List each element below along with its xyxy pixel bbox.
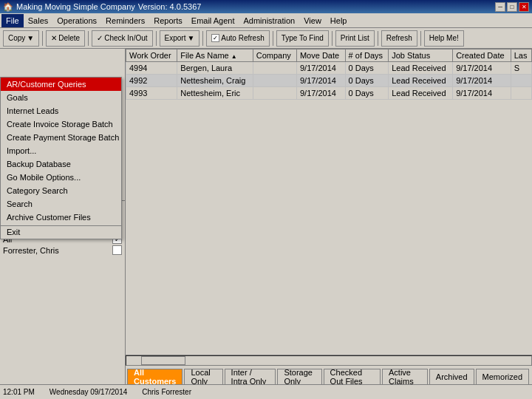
col-header-move-date[interactable]: Move Date (296, 50, 345, 62)
cell-last: S (511, 62, 531, 75)
tab-checked-out-files[interactable]: Checked Out Files (324, 369, 381, 384)
scroll-thumb[interactable] (141, 356, 185, 365)
auto-refresh-button[interactable]: ✓ Auto Refresh (206, 30, 269, 47)
cell-file-as-name: Nettesheim, Craig (177, 75, 253, 87)
table-row[interactable]: 4992 Nettesheim, Craig 9/17/2014 0 Days … (126, 75, 532, 87)
menu-file[interactable]: File (1, 14, 24, 27)
toolbar: Copy ▼ ✕ Delete ✓ Check In/Out Export ▼ … (0, 28, 532, 49)
table-row[interactable]: 4993 Nettesheim, Eric 9/17/2014 0 Days L… (126, 87, 532, 100)
tab-storage-only[interactable]: Storage Only (277, 369, 321, 384)
menu-category-search[interactable]: Category Search (1, 184, 121, 197)
scroll-track[interactable] (126, 355, 532, 366)
menu-goals[interactable]: Goals (1, 91, 121, 104)
col-header-created-date[interactable]: Created Date (453, 50, 511, 62)
name-forrester-label: Forrester, Chris (3, 246, 59, 255)
horizontal-scrollbar[interactable] (126, 355, 532, 365)
toolbar-separator-5 (273, 31, 273, 46)
menu-create-invoice-storage[interactable]: Create Invoice Storage Batch (1, 117, 121, 131)
tab-active-claims[interactable]: Active Claims (382, 369, 428, 384)
menu-help[interactable]: Help (326, 14, 352, 27)
menu-go-mobile[interactable]: Go Mobile Options... (1, 171, 121, 184)
export-button[interactable]: Export ▼ (160, 30, 200, 47)
cell-file-as-name: Bergen, Laura (177, 62, 253, 75)
menu-operations[interactable]: Operations (52, 14, 101, 27)
col-header-num-days[interactable]: # of Days (345, 50, 389, 62)
toolbar-separator-7 (378, 31, 378, 46)
name-forrester-checkbox[interactable] (112, 245, 122, 255)
table-row[interactable]: 4994 Bergen, Laura 9/17/2014 0 Days Lead… (126, 62, 532, 75)
refresh-button[interactable]: Refresh (381, 30, 417, 47)
delete-button[interactable]: ✕ Delete (46, 30, 85, 47)
tab-inter-intra-only[interactable]: Inter / Intra Only (225, 369, 276, 384)
cell-work-order: 4992 (126, 75, 177, 87)
menu-create-payment-storage[interactable]: Create Payment Storage Batch (1, 131, 121, 144)
main-layout: AR/Customer Queries Goals Internet Leads… (0, 49, 532, 384)
col-header-work-order[interactable]: Work Order (126, 50, 177, 62)
bottom-tabs: All Customers Local Only Inter / Intra O… (126, 365, 532, 384)
copy-dropdown-icon: ▼ (27, 34, 34, 42)
cell-move-date: 9/17/2014 (296, 62, 345, 75)
toolbar-separator-4 (202, 31, 203, 46)
tab-archived[interactable]: Archived (429, 369, 474, 384)
delete-label: Delete (58, 34, 80, 42)
check-icon: ✓ (97, 34, 103, 42)
col-header-last[interactable]: Las (511, 50, 531, 62)
app-icon: 🏠 (3, 2, 13, 12)
type-to-find-label: Type To Find (282, 34, 324, 42)
print-list-button[interactable]: Print List (335, 30, 375, 47)
copy-label: Copy (8, 34, 25, 42)
print-list-label: Print List (341, 34, 369, 42)
check-inout-button[interactable]: ✓ Check In/Out (92, 30, 152, 47)
cell-move-date: 9/17/2014 (296, 75, 345, 87)
col-header-job-status[interactable]: Job Status (389, 50, 453, 62)
menu-view[interactable]: View (299, 14, 326, 27)
status-bar: 12:01 PM Wednesday 09/17/2014 Chris Forr… (0, 384, 532, 399)
delete-icon: ✕ (51, 34, 57, 42)
cell-job-status: Lead Received (389, 75, 453, 87)
menu-internet-leads[interactable]: Internet Leads (1, 104, 121, 117)
menu-ar-customer-queries[interactable]: AR/Customer Queries (1, 78, 121, 91)
cell-last (511, 75, 531, 87)
type-to-find-button[interactable]: Type To Find (276, 30, 329, 47)
tab-local-only[interactable]: Local Only (184, 369, 222, 384)
auto-refresh-checkbox: ✓ (211, 34, 219, 42)
toolbar-separator-1 (42, 31, 43, 46)
status-date: Wednesday 09/17/2014 (50, 388, 127, 396)
col-header-file-as-name[interactable]: File As Name ▲ (177, 50, 253, 62)
cell-created-date: 9/17/2014 (453, 62, 511, 75)
status-user: Chris Forrester (142, 388, 191, 396)
menu-exit[interactable]: Exit (1, 225, 121, 239)
minimize-button[interactable]: ─ (495, 2, 505, 12)
cell-work-order: 4994 (126, 62, 177, 75)
menu-reports[interactable]: Reports (149, 14, 187, 27)
data-table-container[interactable]: Work Order File As Name ▲ Company Move D… (126, 49, 532, 355)
menu-search[interactable]: Search (1, 197, 121, 211)
cell-num-days: 0 Days (345, 62, 389, 75)
export-dropdown-icon: ▼ (187, 34, 194, 42)
menu-reminders[interactable]: Reminders (101, 14, 149, 27)
menu-archive-customer[interactable]: Archive Customer Files (1, 211, 121, 224)
menu-email-agent[interactable]: Email Agent (187, 14, 239, 27)
menu-import[interactable]: Import... (1, 144, 121, 157)
cell-num-days: 0 Days (345, 75, 389, 87)
cell-company (253, 87, 296, 100)
tab-memorized[interactable]: Memorized (476, 369, 529, 384)
cell-last (511, 87, 531, 100)
col-header-company[interactable]: Company (253, 50, 296, 62)
status-time: 12:01 PM (3, 388, 35, 396)
app-title: Making Moving Simple Company (16, 2, 135, 11)
file-dropdown-menu: AR/Customer Queries Goals Internet Leads… (0, 77, 122, 239)
help-me-button[interactable]: Help Me! (424, 30, 464, 47)
auto-refresh-label: Auto Refresh (221, 34, 264, 42)
tab-all-customers[interactable]: All Customers (127, 369, 183, 384)
cell-created-date: 9/17/2014 (453, 87, 511, 100)
close-button[interactable]: ✕ (519, 2, 529, 12)
app-version: Version: 4.0.5367 (138, 2, 202, 11)
copy-button[interactable]: Copy ▼ (3, 30, 39, 47)
menu-backup-database[interactable]: Backup Database (1, 157, 121, 171)
menu-sales[interactable]: Sales (24, 14, 53, 27)
maximize-button[interactable]: □ (507, 2, 517, 12)
menu-administration[interactable]: Administration (239, 14, 300, 27)
content-area: Work Order File As Name ▲ Company Move D… (126, 49, 532, 384)
toolbar-separator-8 (420, 31, 421, 46)
